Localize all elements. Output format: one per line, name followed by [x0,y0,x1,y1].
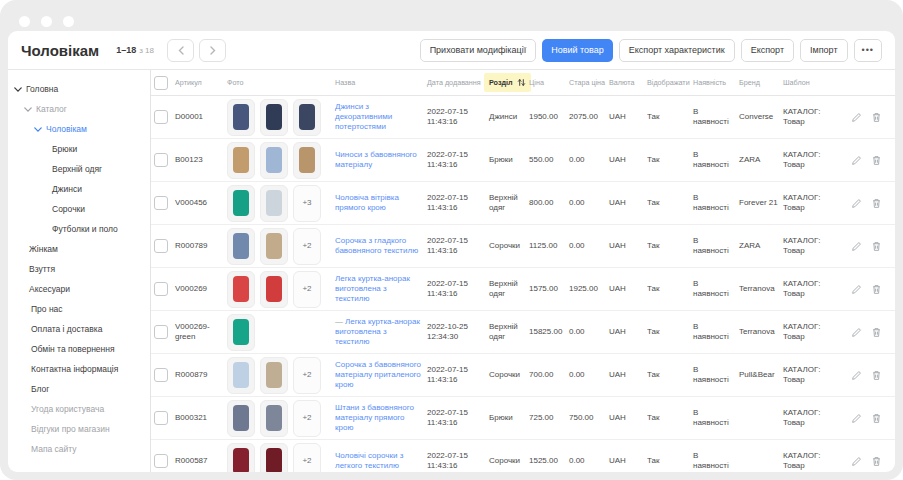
delete-icon[interactable] [871,241,882,252]
edit-icon[interactable] [851,370,862,381]
edit-icon[interactable] [851,284,862,295]
product-name-link[interactable]: Штани з бавовняного матеріалу прямого кр… [335,403,423,433]
table-row[interactable]: R000789 +2 Сорочка з гладкого бавовняног… [151,225,895,268]
table-row[interactable]: B000321 +2 Штани з бавовняного матеріалу… [151,397,895,440]
sidebar-item-futbolky[interactable]: Футболки и поло [8,219,150,239]
sidebar-item-aksesuary[interactable]: Аксесуари [8,279,150,299]
col-currency[interactable]: Валюта [609,78,647,87]
sidebar-item-sorochky[interactable]: Сорочки [8,199,150,219]
edit-icon[interactable] [851,155,862,166]
col-availability[interactable]: Наявність [693,78,739,87]
sidebar-item-cholovikam[interactable]: Чоловікам [8,119,150,139]
delete-icon[interactable] [871,198,882,209]
sidebar-item-mapa[interactable]: Мапа сайту [8,439,150,459]
col-template[interactable]: Шаблон [783,78,851,87]
row-checkbox[interactable] [154,239,168,253]
product-name-link[interactable]: Чоловічі сорочки з легкого текстилю [335,451,423,471]
col-date[interactable]: Дата додавання [427,78,489,87]
product-photo[interactable] [227,357,255,394]
row-checkbox[interactable] [154,325,168,339]
edit-icon[interactable] [851,241,862,252]
product-photo[interactable] [293,142,321,179]
product-name-link[interactable]: Сорочка з бавовняного матеріалу притален… [335,360,423,390]
edit-icon[interactable] [851,112,862,123]
product-name-link[interactable]: Чоловіча вітрівка прямого крою [335,193,423,213]
product-photo[interactable] [260,185,288,222]
product-photo[interactable] [227,142,255,179]
product-photo[interactable] [260,142,288,179]
sidebar-item-uhoda[interactable]: Угода користувача [8,399,150,419]
row-checkbox[interactable] [154,454,168,468]
product-photo[interactable] [227,443,255,473]
col-articul[interactable]: Артикул [175,78,227,87]
table-row[interactable]: D00001 Джинси з декоративними потертостя… [151,96,895,139]
row-checkbox[interactable] [154,153,168,167]
delete-icon[interactable] [871,456,882,467]
sidebar-item-holovna[interactable]: Головна [8,79,150,99]
sidebar-item-vidhuky[interactable]: Відгуки про магазин [8,419,150,439]
sidebar-item-bloh[interactable]: Блог [8,379,150,399]
product-photo[interactable] [227,314,255,351]
import-button[interactable]: Імпорт [800,39,848,62]
chevron-down-icon[interactable] [34,127,42,132]
col-display[interactable]: Відображати [647,78,693,87]
more-photos-badge[interactable]: +2 [293,400,321,437]
product-name-link[interactable]: Легка куртка-анорак виготовлена з тексти… [335,274,423,304]
sidebar-item-pro-nas[interactable]: Про нас [8,299,150,319]
delete-icon[interactable] [871,327,882,338]
new-product-button[interactable]: Новий товар [542,39,613,62]
row-checkbox[interactable] [154,196,168,210]
col-category[interactable]: Розділ [489,73,529,92]
product-photo[interactable] [260,443,288,473]
edit-icon[interactable] [851,413,862,424]
col-name[interactable]: Назва [335,78,427,87]
product-photo[interactable] [227,185,255,222]
table-row[interactable]: B00123 Чиноси з бавовняного матеріалу 20… [151,139,895,182]
more-actions-button[interactable]: ••• [854,39,882,62]
delete-icon[interactable] [871,370,882,381]
col-old-price[interactable]: Стара ціна [569,78,609,87]
edit-icon[interactable] [851,198,862,209]
more-photos-badge[interactable]: +2 [293,271,321,308]
row-checkbox[interactable] [154,368,168,382]
sidebar-item-kataloh[interactable]: Каталог [8,99,150,119]
sidebar-item-kontaktna[interactable]: Контактна інформація [8,359,150,379]
sidebar-item-verkhnii-odiah[interactable]: Верхній одяг [8,159,150,179]
chevron-down-icon[interactable] [24,107,32,112]
product-name-link[interactable]: Джинси з декоративними потертостями [335,102,423,132]
sidebar-item-oplata[interactable]: Оплата і доставка [8,319,150,339]
sidebar-item-briuky[interactable]: Брюки [8,139,150,159]
product-name-link[interactable]: Сорочка з гладкого бавовняного текстилю [335,236,423,256]
col-price[interactable]: Ціна [529,78,569,87]
table-row[interactable]: R000879 +2 Сорочка з бавовняного матеріа… [151,354,895,397]
delete-icon[interactable] [871,413,882,424]
table-row[interactable]: V000456 +3 Чоловіча вітрівка прямого кро… [151,182,895,225]
edit-icon[interactable] [851,456,862,467]
product-photo[interactable] [227,271,255,308]
product-photo[interactable] [260,400,288,437]
chevron-down-icon[interactable] [14,87,22,92]
delete-icon[interactable] [871,284,882,295]
product-photo[interactable] [260,357,288,394]
sidebar-item-vzuttia[interactable]: Взуття [8,259,150,279]
product-photo[interactable] [260,271,288,308]
table-row[interactable]: R000587 +2 Чоловічі сорочки з легкого те… [151,440,895,472]
more-photos-badge[interactable]: +2 [293,443,321,473]
sidebar-item-dzhynsy[interactable]: Джинси [8,179,150,199]
row-checkbox[interactable] [154,110,168,124]
more-photos-badge[interactable]: +3 [293,185,321,222]
next-page-button[interactable] [199,39,226,62]
prev-page-button[interactable] [167,39,194,62]
product-photo[interactable] [260,228,288,265]
edit-icon[interactable] [851,327,862,338]
more-photos-badge[interactable]: +2 [293,228,321,265]
product-name-link[interactable]: Чиноси з бавовняного матеріалу [335,150,423,170]
col-brand[interactable]: Бренд [739,78,783,87]
export-button[interactable]: Експорт [741,39,794,62]
product-photo[interactable] [227,400,255,437]
sidebar-item-obmin[interactable]: Обмін та повернення [8,339,150,359]
product-photo[interactable] [260,99,288,136]
row-checkbox[interactable] [154,411,168,425]
delete-icon[interactable] [871,155,882,166]
row-checkbox[interactable] [154,282,168,296]
